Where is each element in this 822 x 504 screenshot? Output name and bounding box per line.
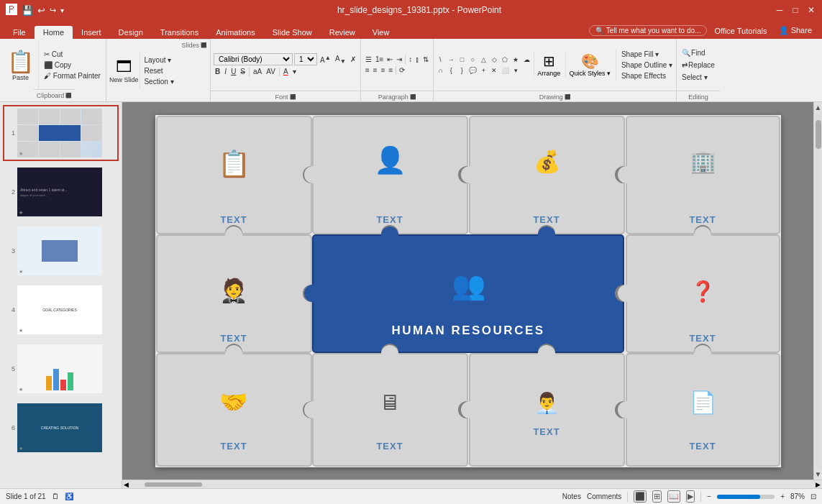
shape-rect-button[interactable]: □ xyxy=(457,55,467,65)
reading-view-button[interactable]: 📖 xyxy=(667,490,680,503)
slide-thumbnail-2[interactable]: 2 Attract and retain 1 talent at... stag… xyxy=(3,164,119,220)
tab-view[interactable]: View xyxy=(364,26,398,39)
undo-icon[interactable]: ↩ xyxy=(37,5,45,16)
layout-button[interactable]: Layout ▾ xyxy=(142,55,175,65)
shape-plus-button[interactable]: + xyxy=(478,65,488,75)
slide-thumbnail-5[interactable]: 5 ★ xyxy=(3,341,119,397)
tab-slideshow[interactable]: Slide Show xyxy=(264,26,321,39)
slide-sorter-button[interactable]: ⊞ xyxy=(652,490,662,503)
underline-button[interactable]: U xyxy=(229,67,237,76)
char-spacing-button[interactable]: AV xyxy=(265,67,277,76)
minimize-button[interactable]: ─ xyxy=(775,5,785,15)
tell-me-area[interactable]: 🔍 Tell me what you want to do... xyxy=(589,25,708,36)
comments-button[interactable]: Comments xyxy=(587,492,621,500)
tab-transitions[interactable]: Transitions xyxy=(152,26,207,39)
tab-animations[interactable]: Animations xyxy=(207,26,263,39)
format-painter-button[interactable]: 🖌 Format Painter xyxy=(42,71,103,81)
slide-thumbnail-4[interactable]: 4 GOAL CATEGORIES ★ xyxy=(3,282,119,338)
slide-thumbnail-3[interactable]: 3 ★ xyxy=(3,223,119,279)
fit-slide-button[interactable]: ⊡ xyxy=(810,492,816,500)
find-button[interactable]: 🔍 Find xyxy=(680,48,717,58)
maximize-button[interactable]: □ xyxy=(790,5,800,15)
replace-button[interactable]: ⇄ Replace xyxy=(680,60,717,70)
paragraph-label[interactable]: Paragraph ⬛ xyxy=(361,91,433,102)
quick-styles-button[interactable]: 🎨 Quick Styles ▾ xyxy=(565,52,613,77)
vertical-scrollbar[interactable]: ▲ ▼ xyxy=(813,102,822,480)
font-shrink-button[interactable]: A▼ xyxy=(334,54,347,65)
align-left-button[interactable]: ≡ xyxy=(364,65,371,75)
smartart-convert-button[interactable]: ⟳ xyxy=(398,65,406,75)
shape-bracket-button[interactable]: { xyxy=(446,65,456,75)
bold-button[interactable]: B xyxy=(214,67,222,76)
new-slide-button[interactable]: 🗖 New Slide xyxy=(109,58,139,83)
shape-cloud-button[interactable]: ☁ xyxy=(521,55,531,65)
cut-button[interactable]: ✂ Cut xyxy=(42,50,103,59)
canvas-area[interactable]: 📋 TEXT 👤 TEXT xyxy=(122,102,813,480)
strikethrough-button[interactable]: S xyxy=(239,67,247,76)
font-color-arrow[interactable]: ▾ xyxy=(291,67,298,76)
shape-cross-button[interactable]: ✕ xyxy=(489,65,499,75)
tab-home[interactable]: Home xyxy=(35,26,73,39)
slides-label[interactable]: Slides ⬛ xyxy=(179,39,211,50)
select-button[interactable]: Select ▾ xyxy=(680,73,717,82)
shape-diamond-button[interactable]: ◇ xyxy=(489,55,499,65)
slideshow-view-button[interactable]: ▶ xyxy=(686,490,695,503)
clear-format-button[interactable]: ✗ xyxy=(349,55,357,64)
font-grow-button[interactable]: A▲ xyxy=(319,53,332,65)
font-family-select[interactable]: Calibri (Body) xyxy=(214,53,293,65)
scroll-left-button[interactable]: ◀ xyxy=(124,481,129,488)
font-label[interactable]: Font ⬛ xyxy=(211,91,360,102)
tab-design[interactable]: Design xyxy=(110,26,152,39)
scrollbar-thumb[interactable] xyxy=(816,120,821,149)
drawing-label[interactable]: Drawing ⬛ xyxy=(434,91,676,102)
tab-insert[interactable]: Insert xyxy=(73,26,110,39)
shape-star-button[interactable]: ★ xyxy=(511,55,521,65)
increase-indent-button[interactable]: ⇥ xyxy=(395,55,403,64)
shape-curve-button[interactable]: ∩ xyxy=(435,65,445,75)
italic-button[interactable]: I xyxy=(223,67,228,76)
zoom-in-button[interactable]: + xyxy=(780,492,785,500)
shape-tri-button[interactable]: △ xyxy=(478,55,488,65)
shape-line-button[interactable]: \ xyxy=(435,55,445,65)
shape-pentagon-button[interactable]: ⬠ xyxy=(500,55,510,65)
align-right-button[interactable]: ≡ xyxy=(380,65,387,75)
scroll-right-button[interactable]: ▶ xyxy=(816,481,821,488)
text-direction-button[interactable]: ⇅ xyxy=(421,55,430,64)
office-tutorials-button[interactable]: Office Tutorials xyxy=(710,25,771,37)
copy-button[interactable]: ⬛ Copy xyxy=(42,60,103,70)
h-scrollbar-thumb[interactable] xyxy=(145,482,202,487)
font-color-button[interactable]: A xyxy=(282,67,290,76)
shape-flow-button[interactable]: ⬜ xyxy=(500,65,510,75)
arrange-button[interactable]: ⊞ Arrange xyxy=(534,52,563,77)
scroll-up-button[interactable]: ▲ xyxy=(815,104,822,111)
save-icon[interactable]: 💾 xyxy=(22,5,33,16)
redo-icon[interactable]: ↪ xyxy=(50,6,56,15)
bullets-button[interactable]: ☰ xyxy=(364,55,373,64)
columns-button[interactable]: ⫿ xyxy=(414,55,421,64)
close-button[interactable]: ✕ xyxy=(806,5,816,15)
decrease-indent-button[interactable]: ⇤ xyxy=(385,55,394,64)
slide-thumbnail-6[interactable]: 6 CREATING SOLUTION ★ xyxy=(3,400,119,456)
justify-button[interactable]: ≡ xyxy=(387,65,394,75)
shape-oval-button[interactable]: ○ xyxy=(467,55,478,65)
align-center-button[interactable]: ≡ xyxy=(372,65,379,75)
numbering-button[interactable]: 1≡ xyxy=(374,55,385,64)
normal-view-button[interactable]: ⬛ xyxy=(634,490,647,503)
shape-fill-button[interactable]: Shape Fill ▾ xyxy=(619,50,675,59)
shape-more-button[interactable]: ▾ xyxy=(511,65,521,75)
zoom-slider[interactable] xyxy=(717,495,775,499)
shape-effects-button[interactable]: Shape Effects xyxy=(619,71,675,81)
horizontal-scrollbar[interactable]: ◀ ▶ xyxy=(122,480,822,488)
shape-callout-button[interactable]: 💬 xyxy=(467,65,478,75)
tab-file[interactable]: File xyxy=(4,26,35,39)
shape-brace-button[interactable]: } xyxy=(457,65,467,75)
smallcaps-button[interactable]: aA xyxy=(252,67,263,76)
font-size-select[interactable]: 18 xyxy=(294,53,317,65)
section-button[interactable]: Section ▾ xyxy=(142,77,175,86)
reset-button[interactable]: Reset xyxy=(142,66,175,75)
paste-button[interactable]: 📋 xyxy=(7,49,34,74)
zoom-out-button[interactable]: − xyxy=(707,492,711,500)
slide-thumbnail-1[interactable]: 1 ★ xyxy=(3,105,119,161)
notes-button[interactable]: Notes xyxy=(562,492,581,500)
shape-arrow-button[interactable]: → xyxy=(446,55,456,65)
